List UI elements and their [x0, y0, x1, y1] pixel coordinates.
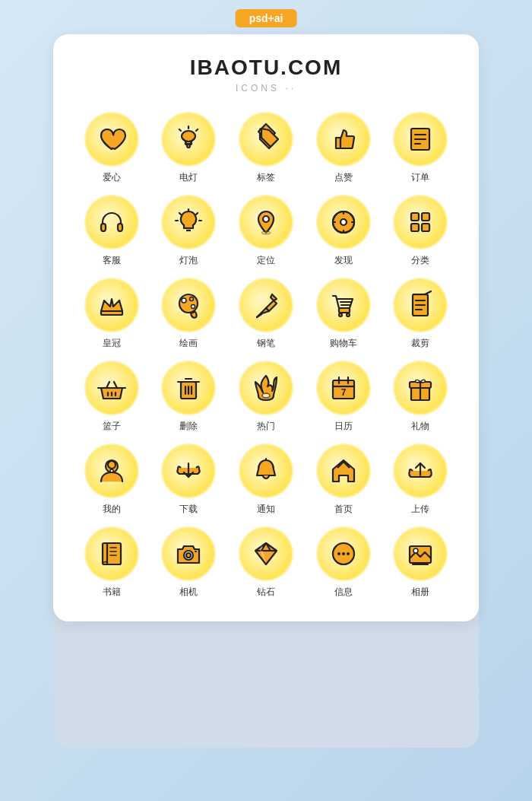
icon-bg-delete [161, 361, 216, 415]
icon-bg-book [84, 526, 139, 581]
icon-item-location: 定位 [230, 195, 302, 267]
icon-svg-headphone [95, 205, 128, 239]
svg-point-37 [190, 297, 194, 301]
icon-svg-upload [404, 454, 437, 488]
icon-svg-order [404, 122, 437, 156]
svg-point-38 [192, 305, 195, 309]
icon-label-cut: 裁剪 [411, 337, 429, 350]
svg-rect-30 [411, 213, 419, 221]
svg-point-82 [342, 552, 345, 555]
icon-item-thumbup: 点赞 [308, 112, 379, 184]
icon-svg-book [95, 537, 128, 571]
icon-svg-thumbup [327, 122, 360, 156]
icon-label-crown: 皇冠 [103, 337, 121, 350]
icon-bg-discover [316, 195, 371, 250]
icon-bg-crown [84, 278, 139, 332]
icon-bg-camera [161, 526, 216, 581]
icon-item-download: 下载 [154, 443, 225, 516]
icon-item-camera: 相机 [154, 526, 225, 599]
icon-label-pen: 钢笔 [257, 337, 275, 350]
svg-rect-33 [422, 224, 429, 231]
icon-svg-me [95, 454, 128, 488]
svg-point-42 [347, 313, 350, 316]
icon-bg-basket [84, 361, 139, 415]
icon-bg-notify [239, 443, 293, 498]
icon-label-upload: 上传 [411, 503, 429, 516]
icon-item-paint: 绘画 [154, 278, 225, 350]
svg-point-78 [186, 553, 191, 558]
icon-bg-album [393, 526, 448, 581]
icon-bg-download [161, 443, 216, 498]
icon-item-me: 我的 [76, 443, 147, 516]
top-badge: psd+ai [236, 9, 297, 27]
icon-label-message: 信息 [334, 586, 353, 599]
icon-item-album: 相册 [385, 526, 456, 599]
icon-svg-bulb [172, 205, 205, 239]
icon-svg-hot [249, 371, 283, 405]
icon-label-paint: 绘画 [179, 337, 198, 350]
icon-label-headphone: 客服 [103, 254, 121, 267]
icon-label-notify: 通知 [257, 503, 275, 516]
icon-label-diamond: 钻石 [257, 586, 275, 599]
icon-item-discover: 发现 [308, 195, 379, 267]
icon-item-diamond: 钻石 [230, 526, 302, 599]
icon-label-lamp: 电灯 [179, 171, 198, 184]
icon-bg-me [84, 443, 139, 498]
icon-svg-paint [172, 288, 205, 322]
icon-item-crown: 皇冠 [76, 278, 147, 350]
icon-label-bulb: 灯泡 [179, 254, 198, 267]
icon-label-camera: 相机 [179, 586, 198, 599]
icon-svg-heart [95, 122, 128, 156]
icon-item-lamp: 电灯 [154, 112, 225, 184]
icon-item-basket: 篮子 [76, 361, 147, 433]
svg-point-83 [347, 552, 350, 555]
svg-point-68 [110, 469, 113, 472]
svg-point-81 [337, 552, 340, 555]
main-card: IBAOTU.COM ICONS ·· 爱心 电灯 标签 点赞 [53, 34, 479, 621]
icon-bg-message [316, 526, 371, 581]
icon-bg-gift [393, 361, 448, 415]
icons-grid: 爱心 电灯 标签 点赞 订单 客服 [76, 112, 456, 599]
icon-label-home: 首页 [334, 503, 353, 516]
icon-bg-diamond [239, 526, 293, 581]
icon-item-pen: 钢笔 [230, 278, 302, 350]
icon-svg-diamond [249, 537, 283, 571]
icon-item-bulb: 灯泡 [154, 195, 225, 267]
icon-item-cart: 购物车 [308, 278, 379, 350]
card-subtitle: ICONS ·· [76, 83, 456, 94]
icon-bg-headphone [84, 195, 139, 250]
svg-point-36 [182, 298, 186, 303]
icon-svg-delete [172, 371, 205, 405]
icon-bg-heart [84, 112, 139, 167]
icon-label-category: 分类 [411, 254, 429, 267]
icon-label-album: 相册 [411, 586, 429, 599]
icon-bg-upload [393, 443, 448, 498]
icon-item-tag: 标签 [230, 112, 302, 184]
icon-bg-order [393, 112, 448, 167]
svg-point-6 [187, 145, 190, 148]
svg-line-17 [179, 213, 181, 215]
svg-line-3 [179, 129, 181, 131]
icon-bg-bulb [161, 195, 216, 250]
icon-label-thumbup: 点赞 [334, 171, 353, 184]
svg-rect-13 [118, 224, 122, 231]
icon-bg-calendar: 7 [316, 361, 371, 415]
card-title: IBAOTU.COM [76, 56, 456, 80]
icon-svg-tag [249, 122, 283, 156]
icon-svg-crown [95, 288, 128, 322]
icon-svg-notify [249, 454, 283, 488]
svg-rect-79 [195, 551, 197, 552]
svg-point-21 [263, 216, 269, 222]
svg-rect-34 [101, 311, 122, 315]
icon-bg-pen [239, 278, 293, 332]
icon-bg-hot [239, 361, 293, 415]
svg-rect-40 [339, 308, 350, 313]
icon-svg-lamp [172, 122, 205, 156]
icon-label-order: 订单 [411, 171, 429, 184]
icon-label-book: 书籍 [103, 586, 121, 599]
icon-label-me: 我的 [103, 503, 121, 516]
icon-label-calendar: 日历 [334, 420, 353, 433]
svg-rect-32 [411, 224, 419, 231]
icon-bg-cart [316, 278, 371, 332]
icon-label-hot: 热门 [257, 420, 275, 433]
